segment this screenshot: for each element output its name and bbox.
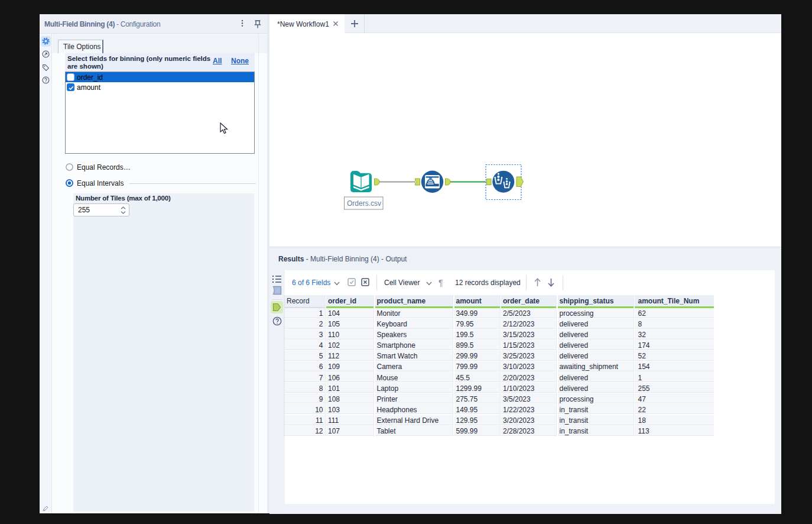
svg-text:Orders.csv: Orders.csv: [347, 199, 381, 208]
